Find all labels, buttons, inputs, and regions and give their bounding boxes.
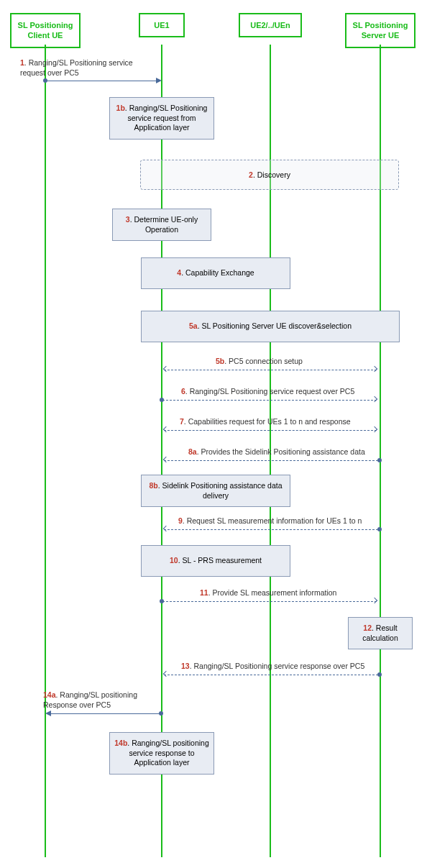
step-13-label: 13. Ranging/SL Positioning service respo… — [181, 662, 364, 672]
participant-server: SL Positioning Server UE — [345, 13, 415, 48]
step-9-arrowhead — [163, 526, 169, 531]
step-11-arrow — [162, 601, 377, 602]
step-5a-box: 5a. SL Positioning Server UE discover&se… — [141, 311, 400, 342]
step-7-arrow — [164, 430, 377, 431]
step-8b-box: 8b. Sidelink Positioning assistance data… — [141, 475, 290, 507]
step-7-arrowhead-l — [163, 426, 169, 432]
step-13-arrowhead — [163, 671, 169, 677]
step-6-label: 6. Ranging/SL Positioning service reques… — [181, 387, 354, 397]
step-6-dot — [160, 398, 164, 402]
step-1-arrow — [45, 81, 157, 81]
step-7-arrowhead-r — [372, 426, 377, 432]
step-14a-label: 14a. Ranging/SL positioning Response ove… — [43, 690, 158, 710]
step-4-box: 4. Capability Exchange — [141, 257, 290, 289]
step-2-box: 2. Discovery — [140, 160, 399, 190]
step-9-dot — [377, 527, 382, 531]
step-11-label: 11. Provide SL measurement information — [200, 588, 336, 598]
step-5b-arrowhead-r — [372, 366, 377, 372]
participant-ue1: UE1 — [139, 13, 185, 37]
step-12-box: 12. Result calculation — [348, 617, 413, 649]
step-14a-arrow — [50, 713, 161, 714]
step-7-label: 7. Capabilities request for UEs 1 to n a… — [180, 417, 351, 427]
step-13-dot — [377, 672, 382, 677]
step-8a-label: 8a. Provides the Sidelink Positioning as… — [188, 447, 365, 457]
step-1b-box: 1b. Ranging/SL Positioning service reque… — [109, 97, 214, 140]
participant-client: SL Positioning Client UE — [10, 13, 81, 48]
step-13-arrow — [164, 675, 378, 675]
step-5b-arrowhead-l — [163, 366, 169, 372]
sequence-diagram: SL Positioning Client UE UE1 UE2/../UEn … — [0, 0, 427, 868]
step-8a-arrow — [164, 460, 378, 461]
participant-uen: UE2/../UEn — [239, 13, 302, 37]
step-1-arrowhead — [156, 78, 162, 83]
step-11-dot — [160, 599, 164, 603]
step-10-box: 10. SL - PRS measurement — [141, 545, 290, 577]
step-6-arrow — [162, 400, 377, 401]
step-1-label: 1. Ranging/SL Positioning service reques… — [20, 58, 135, 78]
step-14a-dot — [159, 711, 163, 716]
step-6-arrowhead — [372, 396, 377, 402]
step-9-arrow — [164, 529, 378, 530]
step-1-dot — [43, 78, 47, 83]
step-8a-dot — [377, 458, 382, 462]
step-9-label: 9. Request SL measurement information fo… — [178, 516, 362, 526]
step-14b-box: 14b. Ranging/SL positioning service resp… — [109, 732, 214, 775]
step-14a-arrowhead — [45, 711, 51, 716]
step-5b-label: 5b. PC5 connection setup — [216, 357, 303, 367]
step-3-box: 3. Determine UE-only Operation — [112, 209, 211, 241]
step-11-arrowhead — [372, 598, 377, 603]
lifeline-client — [45, 45, 46, 857]
step-5b-arrow — [164, 370, 377, 370]
step-8a-arrowhead — [163, 457, 169, 462]
